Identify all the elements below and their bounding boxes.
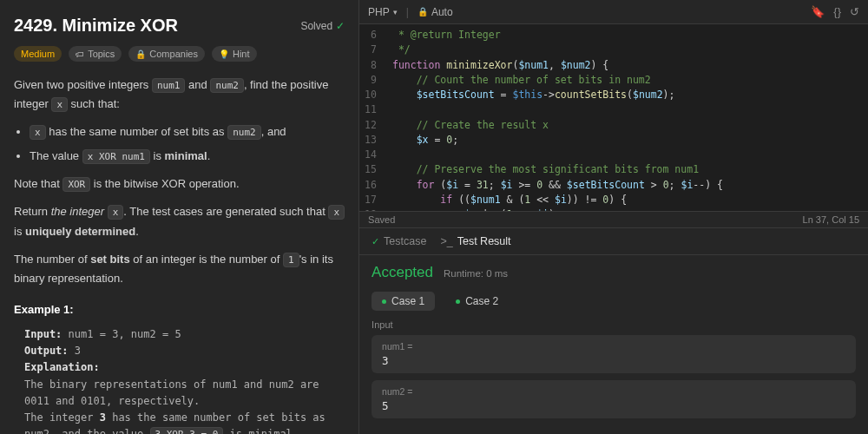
cursor-position: Ln 37, Col 15 xyxy=(803,214,859,225)
tag-icon: 🏷 xyxy=(76,49,84,59)
check-icon: ✓ xyxy=(372,236,379,247)
editor-header: PHP ▾ | 🔒 Auto 🔖 {} ↺ xyxy=(359,0,868,24)
runtime-label: Runtime: 0 ms xyxy=(444,268,508,279)
case-tab-1[interactable]: Case 1 xyxy=(372,292,435,311)
result-pane: ✓ Testcase >_ Test Result Accepted Runti… xyxy=(359,227,868,434)
tab-testcase[interactable]: ✓ Testcase xyxy=(372,235,426,247)
auto-label[interactable]: 🔒 Auto xyxy=(418,6,453,18)
input-param-box[interactable]: num2 =5 xyxy=(372,380,856,418)
code-editor[interactable]: 6789101112131415161718192021222324 * @re… xyxy=(359,24,868,211)
case-tab-2[interactable]: Case 2 xyxy=(445,292,509,311)
problem-body: Given two positive integers num1 and num… xyxy=(14,76,345,434)
case-tabs: Case 1Case 2 xyxy=(372,292,856,311)
result-tabs: ✓ Testcase >_ Test Result xyxy=(359,228,868,255)
chevron-down-icon: ▾ xyxy=(393,8,398,16)
line-gutter: 6789101112131415161718192021222324 xyxy=(359,24,385,211)
lock-icon: 🔒 xyxy=(135,49,146,59)
solved-badge: Solved ✓ xyxy=(300,20,345,32)
saved-label: Saved xyxy=(368,214,395,225)
problem-description-pane: 2429. Minimize XOR Solved ✓ Medium 🏷Topi… xyxy=(0,0,359,434)
status-dot-icon xyxy=(382,299,386,304)
status-dot-icon xyxy=(456,299,460,304)
language-selector[interactable]: PHP ▾ xyxy=(368,6,398,18)
tab-test-result[interactable]: >_ Test Result xyxy=(440,235,510,247)
input-param-box[interactable]: num1 =3 xyxy=(372,335,856,373)
bookmark-icon[interactable]: 🔖 xyxy=(811,5,825,18)
difficulty-tag[interactable]: Medium xyxy=(14,46,62,62)
bulb-icon: 💡 xyxy=(219,49,229,59)
accepted-label: Accepted xyxy=(372,264,433,281)
code-lines[interactable]: * @return Integer */function minimizeXor… xyxy=(385,24,868,211)
lock-icon: 🔒 xyxy=(418,7,428,16)
terminal-icon: >_ xyxy=(440,235,452,247)
topics-tag[interactable]: 🏷Topics xyxy=(69,46,122,62)
input-label: Input xyxy=(372,319,856,330)
result-body: Accepted Runtime: 0 ms Case 1Case 2 Inpu… xyxy=(359,255,868,434)
example1-header: Example 1: xyxy=(14,300,345,319)
companies-tag[interactable]: 🔒Companies xyxy=(128,46,205,62)
tags-row: Medium 🏷Topics 🔒Companies 💡Hint xyxy=(14,46,345,62)
problem-title: 2429. Minimize XOR xyxy=(14,16,178,36)
example1-block: Input: num1 = 3, num2 = 5 Output: 3 Expl… xyxy=(14,326,345,434)
editor-status-bar: Saved Ln 37, Col 15 xyxy=(359,211,868,227)
hint-tag[interactable]: 💡Hint xyxy=(212,46,257,62)
check-circle-icon: ✓ xyxy=(336,20,345,32)
right-pane: PHP ▾ | 🔒 Auto 🔖 {} ↺ 678910111213141516… xyxy=(359,0,868,434)
reset-icon[interactable]: ↺ xyxy=(850,5,859,18)
problem-title-row: 2429. Minimize XOR Solved ✓ xyxy=(14,16,345,36)
braces-icon[interactable]: {} xyxy=(833,5,841,18)
